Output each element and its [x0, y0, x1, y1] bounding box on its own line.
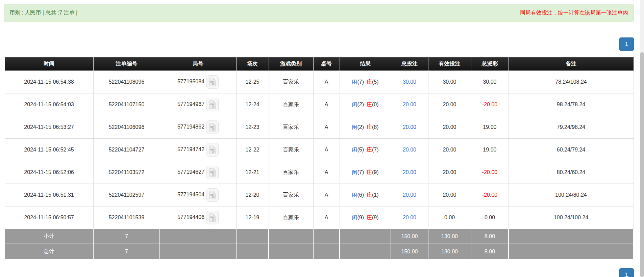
cell-table-no: A [313, 116, 340, 139]
empty-cell [160, 244, 236, 259]
cell-valid-bet: 20.00 [428, 93, 471, 116]
video-replay-button[interactable] [206, 120, 219, 134]
cell-round-id: 577194967 [160, 93, 236, 116]
total-bet-link[interactable]: 20.00 [403, 169, 416, 175]
cell-result: 闲(2)庄(8) [340, 116, 391, 139]
empty-cell [160, 229, 236, 244]
video-file-icon [209, 191, 216, 199]
cell-total-bet: 20.00 [391, 184, 428, 206]
cell-table-no: A [313, 71, 340, 93]
cell-round-id: 577194504 [160, 184, 236, 206]
total-bet-link[interactable]: 20.00 [403, 147, 416, 153]
cell-bet-id: 522041103572 [93, 161, 160, 184]
video-file-icon [209, 145, 216, 154]
total-payout: 8.00 [471, 244, 509, 259]
total-bet-link[interactable]: 30.00 [403, 79, 416, 85]
total-total-bet: 150.00 [391, 244, 428, 259]
cell-valid-bet: 20.00 [428, 161, 471, 184]
bet-records-table: 时间 注单编号 局号 场次 游戏类别 桌号 结果 总投注 有效投注 总派彩 备注… [4, 57, 634, 259]
cell-payout: -20.00 [471, 184, 509, 206]
cell-game-type: 百家乐 [269, 116, 313, 139]
total-bet-link[interactable]: 20.00 [403, 102, 416, 107]
subtotal-valid-bet: 130.00 [428, 229, 471, 244]
currency-summary-text: 币别 : 人民币 | 总共 :7 注单 | [9, 9, 77, 17]
table-row: 2024-11-15 06:51:31 522041102597 5771945… [5, 184, 634, 206]
cell-game-type: 百家乐 [269, 206, 313, 229]
cell-result: 闲(9)庄(9) [340, 206, 391, 229]
pagination-bottom-page-1-button[interactable]: 1 [619, 268, 634, 277]
cell-round-id: 577194742 [160, 139, 236, 161]
cell-table-no: A [313, 184, 340, 206]
cell-note: 100.24/100.24 [509, 206, 634, 229]
scrollbar-thumb[interactable] [640, 52, 644, 277]
video-replay-button[interactable] [206, 143, 219, 157]
empty-cell [269, 244, 313, 259]
banker-result-label: 庄 [367, 169, 372, 175]
player-result-label: 闲 [352, 79, 357, 85]
cell-game-type: 百家乐 [269, 184, 313, 206]
round-id-text: 577194627 [177, 169, 204, 175]
cell-total-bet: 20.00 [391, 116, 428, 139]
round-id-text: 577194862 [177, 124, 204, 130]
player-result-score: (7) [357, 169, 364, 175]
cell-time: 2024-11-15 06:52:45 [5, 139, 93, 161]
empty-cell [340, 229, 391, 244]
cell-round-id: 577195084 [160, 71, 236, 93]
total-bet-link[interactable]: 20.00 [403, 192, 416, 198]
video-file-icon [209, 78, 216, 86]
cell-payout: 19.00 [471, 139, 509, 161]
empty-cell [340, 244, 391, 259]
video-replay-button[interactable] [206, 211, 219, 224]
table-row: 2024-11-15 06:54:03 522041107150 5771949… [5, 93, 634, 116]
betting-records-page: 币别 : 人民币 | 总共 :7 注单 | 同局有效投注，统一计算在该局第一张注… [0, 0, 644, 277]
total-count: 7 [93, 244, 160, 259]
cell-valid-bet: 20.00 [428, 116, 471, 139]
subtotal-row: 小计 7 150.00 130.00 8.00 [5, 229, 634, 244]
pagination-top-page-1-button[interactable]: 1 [619, 37, 634, 51]
video-replay-button[interactable] [206, 188, 219, 202]
cell-valid-bet: 0.00 [428, 206, 471, 229]
video-replay-button[interactable] [206, 166, 219, 179]
total-bet-link[interactable]: 20.00 [403, 124, 416, 130]
total-bet-link[interactable]: 20.00 [403, 215, 416, 220]
cell-note: 80.24/60.24 [509, 161, 634, 184]
cell-session: 12-20 [236, 184, 269, 206]
cell-note: 78.24/108.24 [509, 71, 634, 93]
empty-cell [509, 244, 634, 259]
cell-bet-id: 522041108096 [93, 71, 160, 93]
top-panel-bottom-edge [4, 0, 634, 3]
cell-result: 闲(5)庄(7) [340, 139, 391, 161]
player-result-score: (2) [357, 124, 364, 130]
round-id-text: 577194504 [177, 192, 204, 197]
cell-time: 2024-11-15 06:52:06 [5, 161, 93, 184]
player-result-score: (6) [357, 192, 364, 198]
scrollbar-track[interactable] [640, 0, 644, 277]
cell-session: 12-23 [236, 116, 269, 139]
banker-result-label: 庄 [367, 192, 372, 198]
banker-result-label: 庄 [367, 124, 372, 130]
cell-time: 2024-11-15 06:53:27 [5, 116, 93, 139]
header-bet-id: 注单编号 [93, 57, 160, 71]
table-row: 2024-11-15 06:52:45 522041104727 5771947… [5, 139, 634, 161]
player-result-label: 闲 [352, 192, 357, 198]
empty-cell [509, 229, 634, 244]
cell-round-id: 577194862 [160, 116, 236, 139]
video-file-icon [209, 213, 216, 222]
video-replay-button[interactable] [206, 98, 219, 111]
cell-game-type: 百家乐 [269, 71, 313, 93]
cell-result: 闲(7)庄(5) [340, 71, 391, 93]
video-file-icon [209, 123, 216, 132]
player-result-label: 闲 [352, 147, 357, 153]
cell-total-bet: 20.00 [391, 206, 428, 229]
empty-cell [269, 229, 313, 244]
cell-note: 98.24/78.24 [509, 93, 634, 116]
summary-banner: 币别 : 人民币 | 总共 :7 注单 | 同局有效投注，统一计算在该局第一张注… [4, 4, 634, 22]
banker-result-score: (0) [372, 102, 379, 107]
cell-valid-bet: 20.00 [428, 139, 471, 161]
settlement-notice-text: 同局有效投注，统一计算在该局第一张注单内 [520, 9, 628, 17]
total-row: 总计 7 150.00 130.00 8.00 [5, 244, 634, 259]
table-row: 2024-11-15 06:53:27 522041106096 5771948… [5, 116, 634, 139]
video-replay-button[interactable] [206, 75, 219, 89]
cell-game-type: 百家乐 [269, 139, 313, 161]
round-id-text: 577194742 [177, 146, 204, 152]
